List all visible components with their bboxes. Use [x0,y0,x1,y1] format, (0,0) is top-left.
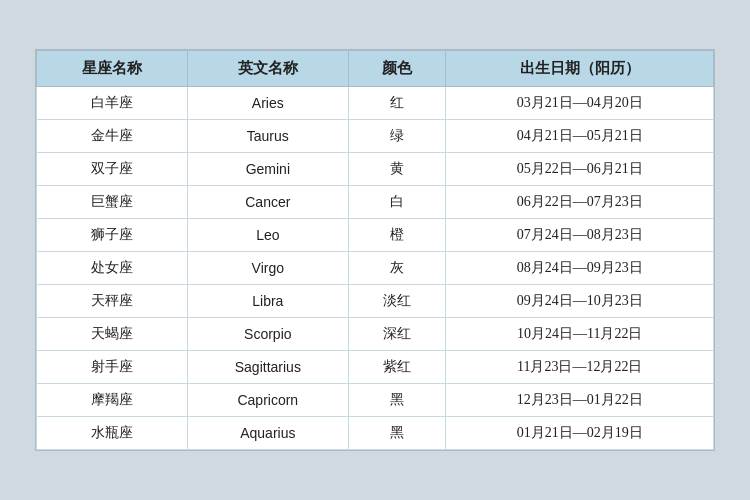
table-row: 巨蟹座Cancer白06月22日—07月23日 [37,186,714,219]
cell-zh-name: 摩羯座 [37,384,188,417]
table-row: 摩羯座Capricorn黑12月23日—01月22日 [37,384,714,417]
cell-zh-name: 白羊座 [37,87,188,120]
cell-date: 10月24日—11月22日 [446,318,714,351]
cell-zh-name: 金牛座 [37,120,188,153]
cell-en-name: Cancer [187,186,348,219]
table-row: 天蝎座Scorpio深红10月24日—11月22日 [37,318,714,351]
cell-date: 06月22日—07月23日 [446,186,714,219]
cell-zh-name: 射手座 [37,351,188,384]
cell-en-name: Capricorn [187,384,348,417]
cell-color: 绿 [349,120,446,153]
table-row: 双子座Gemini黄05月22日—06月21日 [37,153,714,186]
cell-date: 01月21日—02月19日 [446,417,714,450]
cell-zh-name: 天蝎座 [37,318,188,351]
cell-en-name: Scorpio [187,318,348,351]
cell-date: 08月24日—09月23日 [446,252,714,285]
table-row: 天秤座Libra淡红09月24日—10月23日 [37,285,714,318]
header-date: 出生日期（阳历） [446,51,714,87]
table-header-row: 星座名称 英文名称 颜色 出生日期（阳历） [37,51,714,87]
header-en-name: 英文名称 [187,51,348,87]
cell-color: 灰 [349,252,446,285]
cell-date: 05月22日—06月21日 [446,153,714,186]
header-zh-name: 星座名称 [37,51,188,87]
cell-date: 12月23日—01月22日 [446,384,714,417]
cell-date: 09月24日—10月23日 [446,285,714,318]
cell-date: 04月21日—05月21日 [446,120,714,153]
cell-en-name: Virgo [187,252,348,285]
cell-color: 红 [349,87,446,120]
cell-color: 淡红 [349,285,446,318]
cell-en-name: Leo [187,219,348,252]
cell-color: 黄 [349,153,446,186]
cell-en-name: Libra [187,285,348,318]
table-row: 水瓶座Aquarius黑01月21日—02月19日 [37,417,714,450]
cell-zh-name: 处女座 [37,252,188,285]
table-row: 射手座Sagittarius紫红11月23日—12月22日 [37,351,714,384]
cell-zh-name: 天秤座 [37,285,188,318]
cell-color: 黑 [349,417,446,450]
table-row: 白羊座Aries红03月21日—04月20日 [37,87,714,120]
cell-zh-name: 双子座 [37,153,188,186]
cell-en-name: Aries [187,87,348,120]
cell-color: 橙 [349,219,446,252]
cell-en-name: Aquarius [187,417,348,450]
cell-zh-name: 狮子座 [37,219,188,252]
cell-en-name: Sagittarius [187,351,348,384]
cell-date: 07月24日—08月23日 [446,219,714,252]
zodiac-table-container: 星座名称 英文名称 颜色 出生日期（阳历） 白羊座Aries红03月21日—04… [35,49,715,451]
cell-date: 03月21日—04月20日 [446,87,714,120]
cell-en-name: Taurus [187,120,348,153]
cell-color: 紫红 [349,351,446,384]
table-row: 狮子座Leo橙07月24日—08月23日 [37,219,714,252]
zodiac-table: 星座名称 英文名称 颜色 出生日期（阳历） 白羊座Aries红03月21日—04… [36,50,714,450]
cell-en-name: Gemini [187,153,348,186]
table-row: 处女座Virgo灰08月24日—09月23日 [37,252,714,285]
cell-zh-name: 水瓶座 [37,417,188,450]
cell-color: 白 [349,186,446,219]
cell-zh-name: 巨蟹座 [37,186,188,219]
cell-color: 深红 [349,318,446,351]
cell-color: 黑 [349,384,446,417]
table-row: 金牛座Taurus绿04月21日—05月21日 [37,120,714,153]
header-color: 颜色 [349,51,446,87]
cell-date: 11月23日—12月22日 [446,351,714,384]
